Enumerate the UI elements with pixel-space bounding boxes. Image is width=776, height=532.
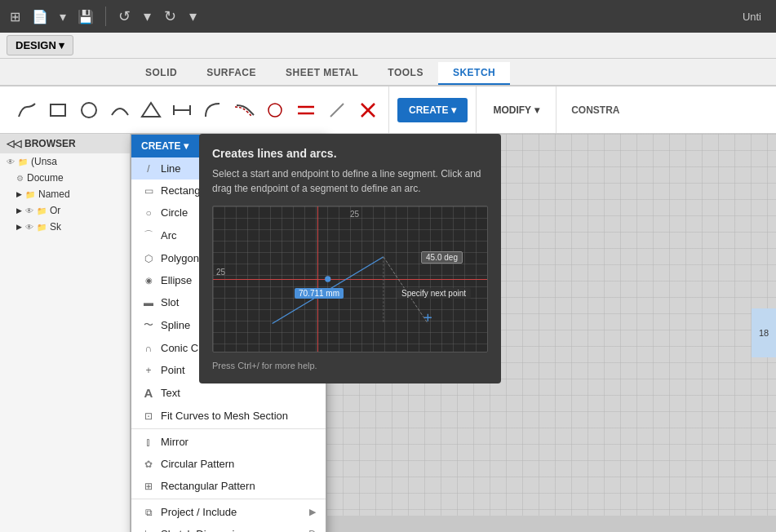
x-tool-icon[interactable] xyxy=(354,96,382,124)
menu-item-circular-pattern[interactable]: ✿ Circular Pattern xyxy=(131,453,326,475)
folder-icon-3: 📁 xyxy=(37,223,47,232)
svg-line-9 xyxy=(330,104,344,117)
menu-item-line-label: Line xyxy=(161,162,181,175)
next-point-badge: Specify next point xyxy=(397,288,471,299)
redo-dropdown[interactable]: ▾ xyxy=(185,6,201,27)
line-icon: / xyxy=(141,163,156,175)
point-icon: + xyxy=(141,365,156,376)
menu-item-polygon-label: Polygon xyxy=(161,252,199,264)
tab-sketch[interactable]: SKETCH xyxy=(438,62,510,85)
svg-point-6 xyxy=(268,104,282,117)
folder-icon-2: 📁 xyxy=(37,206,47,215)
toolbar: CREATE ▾ MODIFY ▾ CONSTRA xyxy=(0,86,776,134)
folder-icon: 📁 xyxy=(18,157,28,166)
menu-item-fit-curves-label: Fit Curves to Mesh Section xyxy=(161,410,288,422)
file-icon[interactable]: 📄 xyxy=(29,6,51,28)
top-bar: ⊞ 📄 ▾ 💾 ↺ ▾ ↻ ▾ Unti xyxy=(0,0,776,33)
ellipse-icon: ◉ xyxy=(141,276,156,285)
circle-icon: ○ xyxy=(141,207,156,219)
eye-icon-2: 👁 xyxy=(25,206,33,215)
triangle-tool-icon[interactable] xyxy=(137,96,165,124)
slot-icon: ▬ xyxy=(141,297,156,308)
expand-icon-2: ▶ xyxy=(16,206,22,215)
redo-button[interactable]: ↻ xyxy=(160,6,180,27)
browser-sk-label: Sk xyxy=(50,221,61,233)
browser-collapse-icon[interactable]: ◁◁ xyxy=(7,138,21,149)
arc-icon: ⌒ xyxy=(141,228,156,242)
fit-curves-icon: ⊡ xyxy=(141,410,156,422)
line-tool-icon[interactable] xyxy=(13,96,41,124)
menu-item-arc-label: Arc xyxy=(161,229,177,242)
tooltip-title: Creates lines and arcs. xyxy=(212,147,488,160)
curve-tool-icon[interactable] xyxy=(75,96,103,124)
menu-item-rectangular-pattern[interactable]: ⊞ Rectangular Pattern xyxy=(131,475,326,497)
tab-surface[interactable]: SURFACE xyxy=(192,62,271,85)
slash-tool-icon[interactable] xyxy=(323,96,351,124)
browser-panel: ◁◁ BROWSER 👁 📁 (Unsa ⚙ Docume ▶ 📁 Named … xyxy=(0,134,131,532)
undo-dropdown[interactable]: ▾ xyxy=(140,6,155,27)
equal-tool-icon[interactable] xyxy=(292,96,320,124)
dim-tool-icon[interactable] xyxy=(168,96,196,124)
browser-named-label: Named xyxy=(38,188,70,200)
rect-tool-icon[interactable] xyxy=(44,96,72,124)
browser-item-named[interactable]: ▶ 📁 Named xyxy=(0,186,130,202)
svg-point-1 xyxy=(82,103,96,117)
conic-icon: ∩ xyxy=(141,343,156,354)
create-button[interactable]: CREATE ▾ xyxy=(397,98,468,122)
polygon-icon: ⬡ xyxy=(141,253,156,264)
tab-solid[interactable]: SOLID xyxy=(131,62,192,85)
spline-icon: 〜 xyxy=(141,318,156,332)
menu-item-text[interactable]: A Text xyxy=(131,381,326,405)
arc-tool-icon[interactable] xyxy=(106,96,134,124)
separator-1 xyxy=(131,428,326,429)
browser-item-sk[interactable]: ▶ 👁 📁 Sk xyxy=(0,219,130,235)
sketch-dim-icon: ⊢ xyxy=(141,529,156,533)
undo-button[interactable]: ↺ xyxy=(114,6,135,27)
circular-pattern-icon: ✿ xyxy=(141,459,156,470)
save-icon[interactable]: 💾 xyxy=(74,6,97,28)
menu-item-mirror[interactable]: ⫿ Mirror xyxy=(131,431,326,453)
window-title: Unti xyxy=(743,11,769,23)
fillet-tool-icon[interactable] xyxy=(199,96,227,124)
tooltip-panel: Creates lines and arcs. Select a start a… xyxy=(199,134,501,383)
tab-tools[interactable]: TOOLS xyxy=(373,62,438,85)
browser-or-label: Or xyxy=(50,205,60,216)
menu-item-circle-label: Circle xyxy=(161,206,188,219)
menu-item-project[interactable]: ⧉ Project / Include ▶ xyxy=(131,501,326,523)
file-dropdown-icon[interactable]: ▾ xyxy=(56,6,69,28)
modify-button[interactable]: MODIFY ▾ xyxy=(485,100,548,120)
constrain-label: CONSTRA xyxy=(565,104,626,116)
browser-item-or[interactable]: ▶ 👁 📁 Or xyxy=(0,202,130,219)
text-icon: A xyxy=(141,386,156,400)
rectangular-pattern-icon: ⊞ xyxy=(141,481,156,492)
tab-sheet-metal[interactable]: SHEET METAL xyxy=(271,62,373,85)
project-arrow: ▶ xyxy=(309,507,316,517)
menu-item-slot-label: Slot xyxy=(161,296,179,308)
dropdown-title: CREATE ▾ xyxy=(141,140,188,152)
svg-marker-2 xyxy=(142,103,160,117)
menu-item-point-label: Point xyxy=(161,364,185,376)
dim-badge: 70.711 mm xyxy=(295,288,344,299)
menu-item-mirror-label: Mirror xyxy=(161,436,188,448)
menu-item-project-label: Project / Include xyxy=(161,506,237,518)
browser-item-label: (Unsa xyxy=(31,156,57,167)
menu-item-fit-curves[interactable]: ⊡ Fit Curves to Mesh Section xyxy=(131,405,326,427)
svg-rect-0 xyxy=(51,104,65,116)
offset-tool-icon[interactable] xyxy=(230,96,258,124)
browser-item-document[interactable]: ⚙ Docume xyxy=(0,170,130,186)
menu-item-sketch-dim[interactable]: ⊢ Sketch Dimension D xyxy=(131,523,326,532)
folder-named-icon: 📁 xyxy=(25,190,35,199)
circle2-tool-icon[interactable] xyxy=(261,96,289,124)
menu-item-rectangular-pattern-label: Rectangular Pattern xyxy=(161,480,255,492)
main-content: ◁◁ BROWSER 👁 📁 (Unsa ⚙ Docume ▶ 📁 Named … xyxy=(0,134,776,532)
tab-bar: SOLID SURFACE SHEET METAL TOOLS SKETCH xyxy=(0,59,776,86)
gear-icon-sm: ⚙ xyxy=(16,174,24,183)
browser-item-unsaved[interactable]: 👁 📁 (Unsa xyxy=(0,153,130,170)
separator-2 xyxy=(131,499,326,499)
design-button[interactable]: DESIGN ▾ xyxy=(7,35,73,55)
mirror-icon: ⫿ xyxy=(141,437,156,448)
menu-item-sketch-dim-label: Sketch Dimension xyxy=(161,528,246,532)
grid-icon[interactable]: ⊞ xyxy=(7,6,24,28)
expand-icon-3: ▶ xyxy=(16,223,22,231)
eye-icon-3: 👁 xyxy=(25,223,33,232)
